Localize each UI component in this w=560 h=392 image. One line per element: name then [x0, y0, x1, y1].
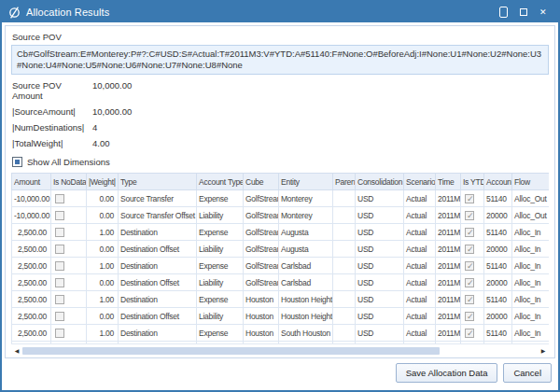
cell-type: Destination: [119, 224, 197, 241]
cell-time: 2011M3: [436, 224, 461, 241]
scrollbar-track[interactable]: [22, 347, 538, 355]
column-header-entity[interactable]: Entity: [279, 174, 333, 190]
summary-row-total-weight: |TotalWeight| 4.00: [12, 138, 549, 148]
column-header-account[interactable]: Account: [484, 174, 512, 190]
cell-account: 51140: [484, 258, 512, 274]
table-row[interactable]: 2,500.001.00DestinationExpenseGolfStream…: [12, 258, 550, 274]
column-header-weight[interactable]: |Weight|: [87, 174, 119, 190]
cell-account-type: Expense: [197, 190, 244, 207]
summary-label: Source POV Amount: [12, 80, 92, 101]
cell-flow: Alloc_In: [512, 308, 550, 325]
column-header-scenario[interactable]: Scenario: [404, 174, 436, 190]
allocation-table: AmountIs NoData|Weight|TypeAccount TypeC…: [11, 173, 549, 343]
cell-cube: Houston: [244, 308, 279, 325]
cell-amount: -10,000.00: [12, 207, 51, 224]
cell-is-nodata: [51, 325, 87, 342]
cell-scenario: Actual: [404, 190, 436, 207]
cell-parent: [333, 274, 356, 291]
column-header-flow[interactable]: Flow: [512, 174, 550, 190]
cell-account-type: Liability: [197, 308, 244, 325]
cell-weight: 0.00: [87, 274, 119, 291]
summary-label: |TotalWeight|: [12, 138, 92, 148]
cell-amount: 2,500.00: [12, 325, 51, 342]
summary-row-source-amount: |SourceAmount| 10,000.00: [12, 106, 549, 117]
cell-flow: Alloc_In: [512, 274, 550, 291]
column-header-cube[interactable]: Cube: [244, 174, 279, 190]
cell-weight: 0.00: [87, 190, 119, 207]
results-grid-viewport: AmountIs NoData|Weight|TypeAccount TypeC…: [11, 173, 549, 343]
maximize-icon[interactable]: [516, 5, 531, 20]
cancel-button[interactable]: Cancel: [503, 363, 552, 383]
cell-scenario: Actual: [404, 207, 436, 224]
copy-icon[interactable]: [496, 5, 511, 20]
allocation-results-dialog: Allocation Results Source POV Cb#GolfStr…: [0, 0, 560, 392]
summary-value: 4: [92, 122, 97, 133]
ytd-checkbox-icon: [465, 312, 474, 321]
show-all-dimensions-checkbox[interactable]: Show All Dimensions: [12, 157, 549, 167]
nodata-checkbox-icon: [55, 312, 64, 321]
column-header-type[interactable]: Type: [119, 174, 197, 190]
cell-is-ytd: [461, 291, 484, 308]
scroll-right-icon[interactable]: ▶: [538, 345, 549, 357]
column-header-parent[interactable]: Parent: [333, 174, 356, 190]
cell-type: Destination Offset: [119, 274, 197, 291]
cell-amount: 2,500.00: [12, 241, 51, 258]
cell-flow: Alloc_In: [512, 325, 550, 342]
cell-flow: Alloc_In: [512, 291, 550, 308]
checkbox-icon[interactable]: [12, 157, 22, 167]
close-icon[interactable]: [537, 5, 552, 20]
cell-account: 20000: [484, 207, 512, 224]
cell-entity: South Houston: [279, 325, 333, 342]
cell-consolidation: USD: [356, 325, 404, 342]
scroll-left-icon[interactable]: ◀: [11, 345, 22, 357]
cell-account-type: Expense: [197, 291, 244, 308]
column-header-is-ytd[interactable]: Is YTD: [461, 174, 484, 190]
table-row[interactable]: -10,000.000.00Source Transfer OffsetLiab…: [12, 207, 550, 224]
ytd-checkbox-icon: [465, 278, 474, 287]
table-row[interactable]: 2,500.001.00DestinationExpenseGolfStream…: [12, 224, 550, 241]
cell-consolidation: USD: [356, 291, 404, 308]
cell-is-nodata: [51, 291, 87, 308]
column-header-amount[interactable]: Amount: [12, 174, 51, 190]
column-header-time[interactable]: Time: [436, 174, 461, 190]
summary-row-source-pov-amount: Source POV Amount 10,000.00: [12, 80, 549, 101]
ytd-checkbox-icon: [465, 329, 474, 338]
cell-is-nodata: [51, 241, 87, 258]
nodata-checkbox-icon: [55, 261, 64, 271]
cell-amount: 2,500.00: [12, 274, 51, 291]
column-header-is-nodata[interactable]: Is NoData: [51, 174, 87, 190]
cell-type: Destination: [119, 258, 197, 274]
table-row[interactable]: -10,000.000.00Source TransferExpenseGolf…: [12, 190, 550, 207]
table-row[interactable]: 2,500.000.00Destination OffsetLiabilityG…: [12, 241, 550, 258]
scrollbar-thumb[interactable]: [22, 347, 440, 355]
cell-entity: Carlsbad: [279, 258, 333, 274]
horizontal-scrollbar[interactable]: ◀ ▶: [11, 343, 549, 357]
cell-scenario: Actual: [404, 308, 436, 325]
cell-flow: Alloc_In: [512, 224, 550, 241]
cell-weight: 0.00: [87, 207, 119, 224]
summary-section: Source POV Amount 10,000.00 |SourceAmoun…: [12, 80, 549, 154]
summary-value: 4.00: [92, 138, 110, 148]
cell-account: 20000: [484, 241, 512, 258]
table-row[interactable]: 2,500.000.00Destination OffsetLiabilityG…: [12, 274, 550, 291]
column-header-consolidation[interactable]: Consolidation: [356, 174, 404, 190]
table-header-row: AmountIs NoData|Weight|TypeAccount TypeC…: [12, 174, 550, 190]
cell-account: 20000: [484, 308, 512, 325]
cell-consolidation: USD: [356, 224, 404, 241]
save-allocation-data-button[interactable]: Save Allocation Data: [396, 363, 498, 383]
cell-account-type: Expense: [197, 325, 244, 342]
nodata-checkbox-icon: [55, 295, 64, 304]
column-header-account-type[interactable]: Account Type: [197, 174, 244, 190]
summary-label: |NumDestinations|: [12, 122, 92, 133]
table-row[interactable]: 2,500.001.00DestinationExpenseHoustonHou…: [12, 291, 550, 308]
table-row[interactable]: 2,500.000.00Destination OffsetLiabilityH…: [12, 308, 550, 325]
cell-amount: 2,500.00: [12, 291, 51, 308]
cell-is-nodata: [51, 308, 87, 325]
table-row[interactable]: 2,500.001.00DestinationExpenseHoustonSou…: [12, 325, 550, 342]
cell-is-ytd: [461, 241, 484, 258]
cell-account-type: Liability: [197, 274, 244, 291]
cell-account-type: Liability: [197, 241, 244, 258]
cell-time: 2011M3: [436, 274, 461, 291]
source-pov-value[interactable]: Cb#GolfStream:E#Monterey:P#?:C#USD:S#Act…: [11, 45, 549, 75]
cell-time: 2011M3: [436, 241, 461, 258]
